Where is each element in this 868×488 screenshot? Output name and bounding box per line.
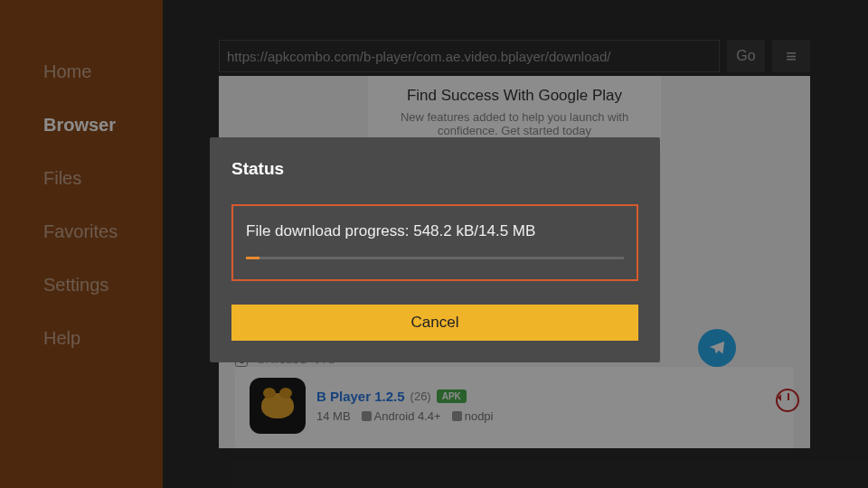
cancel-button[interactable]: Cancel (231, 305, 638, 341)
dialog-title: Status (231, 159, 638, 179)
progress-text: File download progress: 548.2 kB/14.5 MB (246, 222, 624, 240)
progress-bar (246, 257, 624, 259)
progress-fill (246, 257, 259, 259)
progress-box: File download progress: 548.2 kB/14.5 MB (231, 204, 638, 281)
status-dialog: Status File download progress: 548.2 kB/… (210, 137, 660, 362)
